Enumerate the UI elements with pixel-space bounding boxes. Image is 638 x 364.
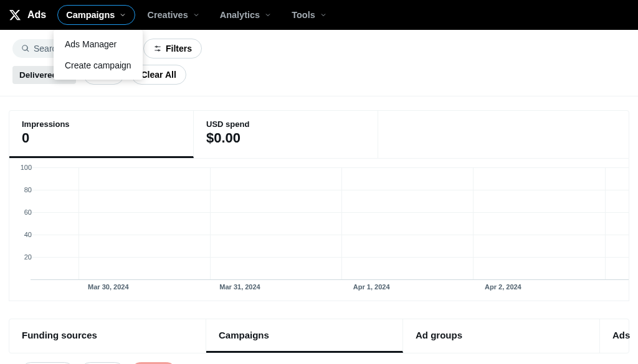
chart-xlabel: Mar 30, 2024 <box>88 283 128 291</box>
tab-ad-groups[interactable]: Ad groups <box>403 319 600 353</box>
metrics-row: Impressions 0 USD spend $0.00 <box>9 110 629 159</box>
metric-value: 0 <box>22 130 181 146</box>
chevron-down-icon <box>119 11 126 19</box>
nav-label: Analytics <box>220 10 260 20</box>
tab-row: Funding sources Campaigns Ad groups Ads <box>9 319 629 353</box>
tab-funding-sources[interactable]: Funding sources <box>9 319 206 353</box>
metric-label: Impressions <box>22 119 181 129</box>
chip-label: Delivered <box>19 70 57 80</box>
actions-row: Resume Pause Delete <box>0 353 638 364</box>
divider <box>0 96 638 96</box>
chart-gridline <box>31 257 629 258</box>
chart-ylabel: 20 <box>17 253 32 261</box>
chart-xlabel: Apr 1, 2024 <box>353 283 390 291</box>
chart-vline <box>341 167 342 279</box>
nav-label: Campaigns <box>66 10 115 20</box>
top-nav: Ads Campaigns Creatives Analytics Tools <box>0 0 638 30</box>
chart-gridline <box>31 235 629 235</box>
dropdown-create-campaign[interactable]: Create campaign <box>54 55 143 76</box>
chart-area: 20406080100 Mar 30, 2024Mar 31, 2024Apr … <box>9 159 629 301</box>
chart-ylabel: 80 <box>17 186 32 194</box>
nav-label: Tools <box>292 10 315 20</box>
metric-spacer <box>378 111 629 158</box>
brand-label: Ads <box>27 9 46 21</box>
chart-gridline <box>31 212 629 213</box>
chart-ylabel: 40 <box>17 231 32 238</box>
chart-vline <box>210 167 211 279</box>
nav-creatives[interactable]: Creatives <box>139 6 207 24</box>
nav-label: Creatives <box>147 10 188 20</box>
metric-label: USD spend <box>206 119 365 129</box>
metric-usd-spend[interactable]: USD spend $0.00 <box>194 111 378 158</box>
tab-ads[interactable]: Ads <box>600 319 638 353</box>
sliders-icon <box>153 44 162 53</box>
chart-vline <box>605 167 606 279</box>
chart-xlabels: Mar 30, 2024Mar 31, 2024Apr 1, 2024Apr 2… <box>31 283 629 296</box>
x-logo-icon <box>9 9 21 21</box>
chevron-down-icon <box>320 11 327 19</box>
chart-grid: 20406080100 <box>31 167 629 279</box>
chart-vline <box>79 167 79 279</box>
chart-ylabel: 60 <box>17 208 32 216</box>
chevron-down-icon <box>193 11 200 19</box>
chart-vline <box>473 167 474 279</box>
chart-gridline <box>31 167 629 168</box>
filters-label: Filters <box>166 44 192 54</box>
chart-baseline <box>31 279 629 280</box>
metric-impressions[interactable]: Impressions 0 <box>9 111 194 158</box>
nav-analytics[interactable]: Analytics <box>212 6 280 24</box>
chart-xlabel: Apr 2, 2024 <box>485 283 521 291</box>
dropdown-ads-manager[interactable]: Ads Manager <box>54 34 143 55</box>
tab-campaigns[interactable]: Campaigns <box>206 319 403 353</box>
chevron-down-icon <box>264 11 272 19</box>
campaigns-dropdown: Ads Manager Create campaign <box>54 30 143 80</box>
filters-button[interactable]: Filters <box>143 39 202 58</box>
metric-value: $0.00 <box>206 130 365 146</box>
nav-campaigns[interactable]: Campaigns <box>57 5 135 25</box>
chart-ylabel: 100 <box>17 164 32 171</box>
search-icon <box>21 44 30 53</box>
chart-gridline <box>31 190 629 190</box>
chart-xlabel: Mar 31, 2024 <box>219 283 260 291</box>
metrics-panel: Impressions 0 USD spend $0.00 2040608010… <box>9 110 629 301</box>
nav-tools[interactable]: Tools <box>283 6 335 24</box>
